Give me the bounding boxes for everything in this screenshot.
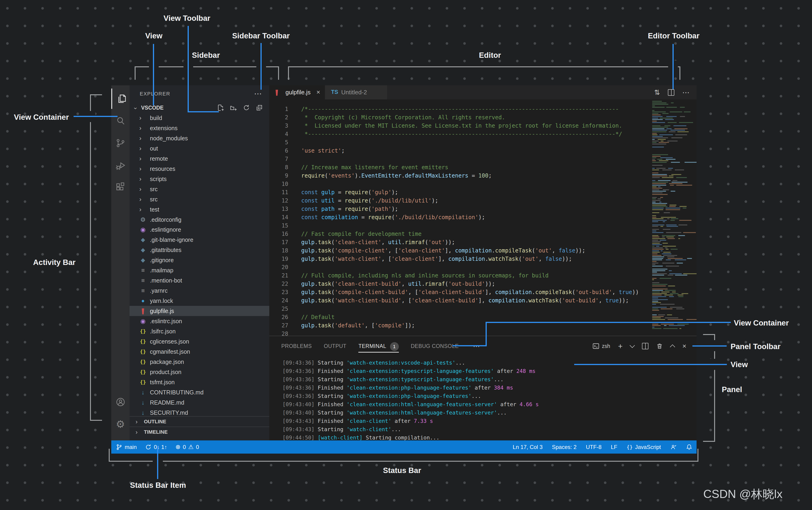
sidebar-more-actions-icon[interactable]: ⋯ <box>254 89 262 98</box>
tree-item-readme-md[interactable]: ↓README.md <box>129 397 269 408</box>
tree-item--eslintrc-json[interactable]: ◉.eslintrc.json <box>129 316 269 326</box>
minimap-line <box>680 116 685 117</box>
file-name: .gitignore <box>150 255 174 265</box>
minimap-line <box>652 130 667 131</box>
minimap-line <box>652 261 657 262</box>
tab-gulpfile[interactable]: gulpfile.js × <box>269 85 325 99</box>
minimap-line <box>652 308 658 309</box>
open-changes-icon[interactable]: ⇅ <box>654 88 660 96</box>
minimap-line <box>666 159 676 160</box>
editor[interactable]: 1/*-------------------------------------… <box>269 99 697 336</box>
new-file-icon[interactable] <box>217 104 224 111</box>
code-area[interactable]: 1/*-------------------------------------… <box>269 99 650 336</box>
maximize-panel-icon[interactable] <box>670 344 675 350</box>
outline-section[interactable]: › OUTLINE <box>129 416 269 427</box>
explorer-icon[interactable] <box>111 89 130 109</box>
close-tab-icon[interactable]: × <box>317 89 320 96</box>
tree-item--editorconfig[interactable]: ⚙.editorconfig <box>129 214 269 225</box>
status-bar-item-pointer-line <box>157 446 158 479</box>
split-editor-icon[interactable] <box>668 89 674 96</box>
tree-item-resources[interactable]: ›resources <box>129 164 269 174</box>
minimap-line <box>659 160 668 161</box>
tree-item--gitignore[interactable]: ◆.gitignore <box>129 255 269 265</box>
minimap-line <box>652 266 663 267</box>
tab-problems[interactable]: PROBLEMS <box>281 339 312 353</box>
editor-more-actions-icon[interactable]: ⋯ <box>682 88 690 97</box>
tree-item-cglicenses-json[interactable]: {}cglicenses.json <box>129 336 269 347</box>
refresh-icon[interactable] <box>243 104 250 111</box>
view-container-right-pointer-line <box>453 345 487 346</box>
minimap-line <box>679 220 692 221</box>
terminal-output[interactable]: [09:43:36] Starting 'watch-extension:vsc… <box>269 356 697 441</box>
extensions-icon[interactable] <box>111 177 129 198</box>
view-container-right-pointer-line <box>486 322 487 346</box>
minimap-line <box>652 206 667 207</box>
minimap-line <box>666 224 677 226</box>
collapse-all-icon[interactable] <box>256 104 263 111</box>
minimap-line <box>652 173 658 173</box>
tree-item-src[interactable]: ›src <box>129 184 269 194</box>
tree-item-contributing-md[interactable]: ↓CONTRIBUTING.md <box>129 387 269 397</box>
minimap-line <box>666 128 672 129</box>
tree-item--yarnrc[interactable]: ≡.yarnrc <box>129 286 269 296</box>
terminal-dropdown-icon[interactable] <box>630 343 635 348</box>
settings-gear-icon[interactable]: ⚙ <box>111 414 129 434</box>
tree-item-remote[interactable]: ›remote <box>129 153 269 164</box>
minimap-line <box>652 289 668 290</box>
search-icon[interactable] <box>111 111 129 131</box>
minimap[interactable] <box>650 99 697 336</box>
minimap-line <box>659 202 661 203</box>
file-name: .mailmap <box>150 265 173 275</box>
run-debug-icon[interactable] <box>111 155 129 176</box>
minimap-line <box>652 131 666 132</box>
tree-item-cgmanifest-json[interactable]: {}cgmanifest.json <box>129 347 269 357</box>
tab-debug-console[interactable]: DEBUG CONSOLE <box>411 339 459 353</box>
tree-item-security-md[interactable]: ↓SECURITY.md <box>129 408 269 416</box>
tab-terminal[interactable]: TERMINAL1 <box>358 339 399 353</box>
terminal-shell-selector[interactable]: zsh <box>593 343 610 349</box>
tab-output[interactable]: OUTPUT <box>324 339 347 353</box>
tree-item--gitattributes[interactable]: ◆.gitattributes <box>129 245 269 255</box>
new-folder-icon[interactable] <box>230 104 237 111</box>
minimap-line <box>652 307 667 308</box>
tree-item--git-blame-ignore[interactable]: ◆.git-blame-ignore <box>129 235 269 245</box>
tree-item--mailmap[interactable]: ≡.mailmap <box>129 265 269 275</box>
minimap-line <box>664 212 670 213</box>
minimap-line <box>652 255 661 256</box>
minimap-line <box>652 237 659 237</box>
tree-item--lsifrc-json[interactable]: {}.lsifrc.json <box>129 326 269 336</box>
minimap-line <box>652 183 666 184</box>
tree-item--eslintignore[interactable]: ◉.eslintignore <box>129 224 269 235</box>
minimap-line <box>652 224 664 226</box>
minimap-line <box>665 119 674 120</box>
tree-item-package-json[interactable]: {}package.json <box>129 357 269 367</box>
file-name: cglicenses.json <box>150 336 189 347</box>
close-panel-icon[interactable]: × <box>682 342 686 350</box>
new-terminal-icon[interactable]: + <box>618 342 623 351</box>
tree-item-gulpfile-js[interactable]: gulpfile.js <box>129 306 269 316</box>
account-icon[interactable] <box>111 392 129 412</box>
tree-item-src[interactable]: ›src <box>129 194 269 204</box>
tree-item--mention-bot[interactable]: ≡.mention-bot <box>129 275 269 286</box>
terminal-line: [09:43:40] Starting 'watch-extension:htm… <box>283 409 506 417</box>
tree-item-scripts[interactable]: ›scripts <box>129 174 269 184</box>
tree-item-product-json[interactable]: {}product.json <box>129 367 269 377</box>
tree-item-node-modules[interactable]: ›node_modules <box>129 133 269 143</box>
split-terminal-icon[interactable] <box>642 343 648 349</box>
tree-item-extensions[interactable]: ›extensions <box>129 123 269 133</box>
label-panel: Panel <box>722 385 742 394</box>
tree-item-out[interactable]: ›out <box>129 143 269 153</box>
minimap-line <box>652 177 660 178</box>
minimap-line <box>652 162 667 163</box>
tree-item-tsfmt-json[interactable]: {}tsfmt.json <box>129 377 269 387</box>
status-bar-region-bracket <box>109 449 698 462</box>
tree-item-test[interactable]: ›test <box>129 204 269 214</box>
minimap-line <box>671 249 677 250</box>
kill-terminal-icon[interactable] <box>656 343 663 349</box>
tree-item-yarn-lock[interactable]: ●yarn.lock <box>129 296 269 306</box>
timeline-section[interactable]: › TIMELINE <box>129 426 269 437</box>
tree-item-build[interactable]: ›build <box>129 113 269 123</box>
minimap-line <box>652 112 666 112</box>
tab-untitled[interactable]: TS Untitled-2 <box>325 85 387 99</box>
source-control-icon[interactable] <box>111 133 129 153</box>
